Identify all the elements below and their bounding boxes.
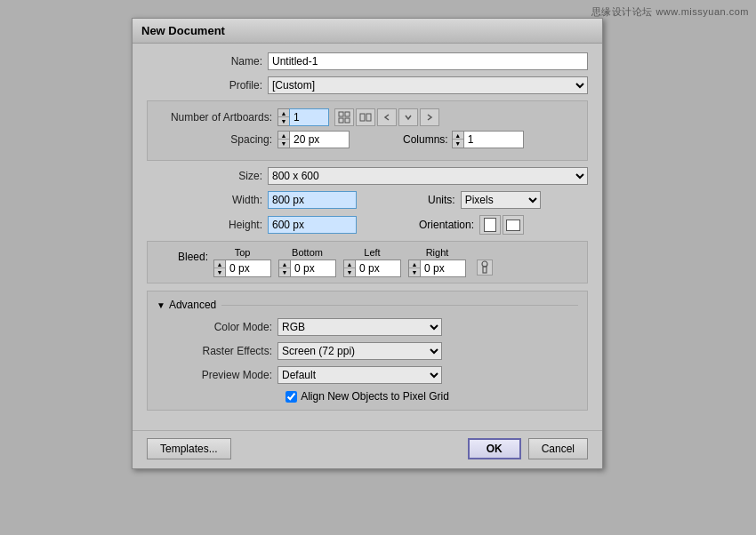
columns-up-arrow[interactable]: ▲ <box>453 132 463 140</box>
height-label: Height: <box>147 219 262 231</box>
svg-point-6 <box>482 261 487 267</box>
name-label: Name: <box>147 55 262 68</box>
bleed-bottom-up[interactable]: ▲ <box>279 260 290 268</box>
grid-layout-icon[interactable] <box>334 108 354 126</box>
left-arrow-icon[interactable] <box>377 108 397 126</box>
spacing-row: Spacing: ▲ ▼ Columns: ▲ ▼ <box>157 131 578 148</box>
watermark: 思缘设计论坛 www.missyuan.com <box>591 5 749 19</box>
spacing-spinner: ▲ ▼ <box>277 131 350 148</box>
down-arrow-icon[interactable] <box>398 108 418 126</box>
profile-label: Profile: <box>147 79 262 92</box>
bleed-bottom-group: Bottom ▲ ▼ <box>278 247 336 277</box>
bleed-right-up[interactable]: ▲ <box>409 260 420 268</box>
svg-rect-7 <box>483 267 487 273</box>
bleed-right-spinner: ▲ ▼ <box>408 260 466 277</box>
portrait-button[interactable] <box>479 215 501 235</box>
width-units-row: Width: Units: Pixels Inches mm cm Points… <box>147 191 588 209</box>
profile-select[interactable]: [Custom] <box>268 76 588 94</box>
columns-input[interactable] <box>463 131 524 148</box>
bleed-top-down[interactable]: ▼ <box>214 268 225 276</box>
pixel-grid-text: Align New Objects to Pixel Grid <box>301 390 449 403</box>
spacing-input[interactable] <box>289 131 350 148</box>
svg-rect-4 <box>360 114 365 121</box>
raster-select[interactable]: Screen (72 ppi) Medium (150 ppi) High (3… <box>277 342 442 360</box>
bleed-fields: Top ▲ ▼ Bottom ▲ <box>213 247 580 277</box>
bleed-left-arrows: ▲ ▼ <box>343 260 355 277</box>
bleed-bottom-arrows: ▲ ▼ <box>278 260 290 277</box>
spacing-arrows: ▲ ▼ <box>277 131 289 148</box>
artboards-up-arrow[interactable]: ▲ <box>278 109 289 117</box>
artboards-input[interactable] <box>289 108 329 126</box>
bleed-bottom-down[interactable]: ▼ <box>279 268 290 276</box>
size-select[interactable]: 800 x 600 <box>268 167 588 185</box>
bleed-label: Bleed: <box>155 247 208 263</box>
ok-button[interactable]: OK <box>468 438 521 459</box>
orientation-buttons <box>479 215 524 235</box>
color-mode-label: Color Mode: <box>157 321 272 333</box>
bleed-right-down[interactable]: ▼ <box>409 268 420 276</box>
raster-label: Raster Effects: <box>157 345 272 357</box>
landscape-button[interactable] <box>503 215 524 235</box>
bleed-right-arrows: ▲ ▼ <box>408 260 420 277</box>
pixel-grid-label[interactable]: Align New Objects to Pixel Grid <box>286 390 449 403</box>
advanced-divider <box>221 305 578 306</box>
size-row: Size: 800 x 600 <box>147 167 588 185</box>
new-document-dialog: New Document Name: Profile: [Custom] Num… <box>132 18 603 469</box>
bleed-left-up[interactable]: ▲ <box>344 260 355 268</box>
artboards-arrows: ▲ ▼ <box>277 108 289 126</box>
preview-select[interactable]: Default Pixel Overprint <box>277 366 442 384</box>
right-arrow-icon[interactable] <box>420 108 439 126</box>
bleed-top-input[interactable] <box>225 260 271 277</box>
height-orientation-row: Height: Orientation: <box>147 215 588 235</box>
columns-spinner: ▲ ▼ <box>452 131 524 148</box>
cancel-button[interactable]: Cancel <box>528 438 588 459</box>
orientation-label: Orientation: <box>419 219 474 231</box>
columns-label: Columns: <box>403 133 448 146</box>
units-select[interactable]: Pixels Inches mm cm Points Picas <box>461 191 541 209</box>
bleed-left-down[interactable]: ▼ <box>344 268 355 276</box>
bleed-link-button[interactable] <box>477 260 493 275</box>
columns-arrows: ▲ ▼ <box>452 131 463 148</box>
name-row: Name: <box>147 52 588 70</box>
svg-rect-1 <box>345 112 350 116</box>
color-mode-select[interactable]: RGB CMYK <box>277 318 442 336</box>
svg-rect-3 <box>345 118 350 123</box>
width-input[interactable] <box>268 191 357 209</box>
color-mode-row: Color Mode: RGB CMYK <box>157 318 578 336</box>
advanced-arrow-icon: ▼ <box>157 300 165 310</box>
spacing-up-arrow[interactable]: ▲ <box>278 132 289 140</box>
svg-rect-0 <box>339 112 343 116</box>
advanced-toggle[interactable]: ▼ Advanced <box>157 299 578 311</box>
portrait-icon <box>484 218 496 232</box>
row-layout-icon[interactable] <box>356 108 375 126</box>
bleed-row: Bleed: Top ▲ ▼ Bottom <box>155 247 580 277</box>
bleed-bottom-input[interactable] <box>290 260 336 277</box>
svg-rect-2 <box>339 118 343 123</box>
artboards-spinner: ▲ ▼ <box>277 108 329 126</box>
bleed-bottom-spinner: ▲ ▼ <box>278 260 336 277</box>
svg-rect-5 <box>366 114 371 121</box>
columns-down-arrow[interactable]: ▼ <box>453 140 463 148</box>
height-input[interactable] <box>268 216 357 234</box>
bleed-left-spinner: ▲ ▼ <box>343 260 401 277</box>
templates-button[interactable]: Templates... <box>147 438 231 459</box>
bleed-right-input[interactable] <box>420 260 466 277</box>
pixel-grid-checkbox[interactable] <box>286 391 297 403</box>
artboards-row: Number of Artboards: ▲ ▼ <box>157 108 578 126</box>
artboards-down-arrow[interactable]: ▼ <box>278 117 289 125</box>
preview-label: Preview Mode: <box>157 369 272 381</box>
bleed-left-label: Left <box>364 247 380 258</box>
spacing-label: Spacing: <box>157 133 272 146</box>
bleed-top-up[interactable]: ▲ <box>214 260 225 268</box>
bleed-top-label: Top <box>235 247 251 258</box>
bleed-section: Bleed: Top ▲ ▼ Bottom <box>147 241 588 283</box>
spacing-down-arrow[interactable]: ▼ <box>278 140 289 148</box>
name-input[interactable] <box>268 52 588 70</box>
advanced-section: ▼ Advanced Color Mode: RGB CMYK Raster E… <box>147 291 588 411</box>
artboards-icons <box>334 108 439 126</box>
advanced-label: Advanced <box>169 299 216 311</box>
profile-row: Profile: [Custom] <box>147 76 588 94</box>
preview-row: Preview Mode: Default Pixel Overprint <box>157 366 578 384</box>
artboards-section: Number of Artboards: ▲ ▼ <box>147 100 588 161</box>
bleed-left-input[interactable] <box>355 260 401 277</box>
